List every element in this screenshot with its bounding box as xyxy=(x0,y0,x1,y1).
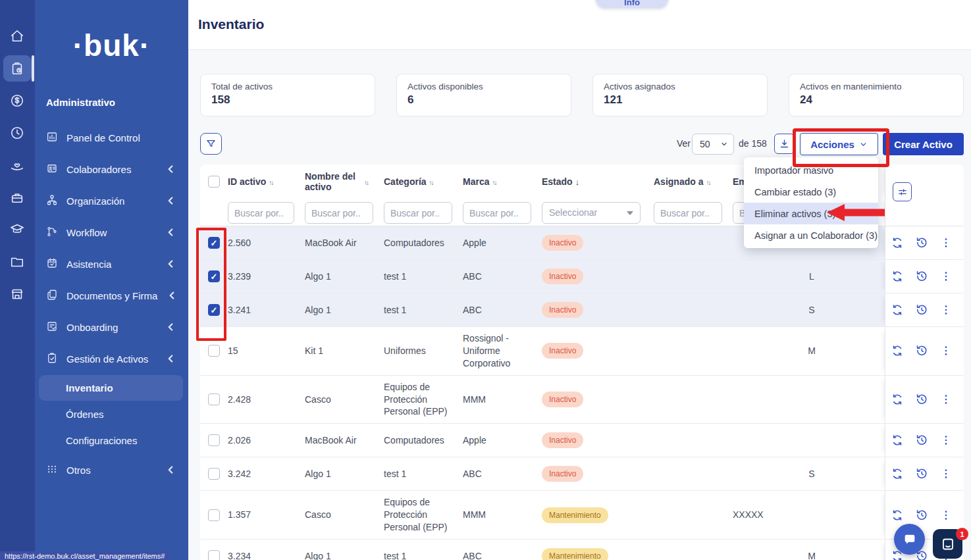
filter-button[interactable] xyxy=(200,133,222,155)
row-checkbox[interactable] xyxy=(208,237,220,249)
menu-item-cambiar-estado[interactable]: Cambiar estado (3) xyxy=(744,181,878,203)
sidebar-item-onboarding[interactable]: Onboarding xyxy=(35,311,188,343)
cell-asset-id: 15 xyxy=(228,327,305,375)
table-row[interactable]: 3.234 Algo 1 test 1 ABC Mantenimiento M xyxy=(200,540,964,560)
filter-input-marca[interactable] xyxy=(463,202,531,224)
filter-input-categoria[interactable] xyxy=(384,202,452,224)
row-checkbox[interactable] xyxy=(208,550,220,560)
kebab-menu-icon[interactable] xyxy=(939,509,953,522)
sync-icon[interactable] xyxy=(891,467,904,480)
sync-icon[interactable] xyxy=(891,434,904,447)
filter-input-asignado[interactable] xyxy=(654,202,722,224)
history-icon[interactable] xyxy=(915,236,928,249)
history-icon[interactable] xyxy=(915,434,928,447)
sync-icon[interactable] xyxy=(891,270,904,283)
sync-icon[interactable] xyxy=(891,344,904,357)
sync-icon[interactable] xyxy=(891,236,904,249)
sidebar-subitem-inventario[interactable]: Inventario xyxy=(39,375,183,401)
row-checkbox[interactable] xyxy=(208,270,220,282)
history-icon[interactable] xyxy=(915,344,928,357)
column-settings-button[interactable] xyxy=(893,182,912,201)
time-clock-icon[interactable] xyxy=(10,126,24,140)
sync-icon[interactable] xyxy=(891,509,904,522)
row-checkbox[interactable] xyxy=(208,509,220,521)
kebab-menu-icon[interactable] xyxy=(939,344,953,357)
files-folder-icon[interactable] xyxy=(10,255,24,269)
stat-label: Activos asignados xyxy=(604,82,756,91)
sidebar-subitem-configuraciones[interactable]: Configuraciones xyxy=(35,427,188,453)
acciones-button[interactable]: Acciones xyxy=(800,133,878,155)
table-row[interactable]: 1.357 Casco Equipos de Protección Person… xyxy=(200,491,964,540)
sidebar-subitem-ordenes[interactable]: Órdenes xyxy=(35,401,188,427)
column-header-marca[interactable]: Marca xyxy=(463,176,542,187)
column-header-id[interactable]: ID activo xyxy=(228,176,305,187)
cell-assigned xyxy=(654,491,733,539)
history-icon[interactable] xyxy=(915,509,928,522)
sort-icon xyxy=(269,176,273,187)
filter-input-nombre[interactable] xyxy=(305,202,373,224)
funnel-icon xyxy=(205,138,217,149)
row-checkbox[interactable] xyxy=(208,345,220,357)
cell-em xyxy=(733,293,789,326)
column-header-asignado[interactable]: Asignado a xyxy=(654,176,733,187)
sync-icon[interactable] xyxy=(891,393,904,406)
sidebar-item-gestion-de-activos[interactable]: Gestión de Activos xyxy=(35,343,188,374)
sidebar-item-organizacion[interactable]: Organización xyxy=(35,185,188,216)
cell-brand: Apple xyxy=(463,226,542,259)
sidebar-item-otros[interactable]: Otros xyxy=(35,454,188,486)
marketplace-store-icon[interactable] xyxy=(10,287,24,301)
download-button[interactable] xyxy=(774,134,795,154)
chat-launcher-button[interactable] xyxy=(894,524,925,555)
table-row[interactable]: 3.242 Algo 1 test 1 ABC Inactivo S xyxy=(200,457,964,491)
home-icon[interactable] xyxy=(10,29,24,43)
row-checkbox[interactable] xyxy=(208,434,220,446)
status-badge: Inactivo xyxy=(542,343,583,359)
kebab-menu-icon[interactable] xyxy=(939,467,953,480)
kebab-menu-icon[interactable] xyxy=(939,434,953,447)
row-checkbox[interactable] xyxy=(208,394,220,405)
table-row[interactable]: 2.026 MacBook Air Computadores Apple Ina… xyxy=(200,424,964,457)
table-row[interactable]: 2.428 Casco Equipos de Protección Person… xyxy=(200,376,964,424)
menu-item-importador-masivo[interactable]: Importador masivo xyxy=(744,159,878,181)
sliders-icon xyxy=(897,187,908,197)
assets-clipboard-icon[interactable] xyxy=(10,61,24,76)
column-header-categoria[interactable]: Categoría xyxy=(384,176,463,187)
rail-scrollbar[interactable] xyxy=(32,55,34,82)
filter-select-estado[interactable]: Seleccionar xyxy=(542,202,641,224)
education-graduation-icon[interactable] xyxy=(10,222,24,236)
history-icon[interactable] xyxy=(915,467,928,480)
stat-value: 158 xyxy=(211,93,364,107)
cell-category: test 1 xyxy=(384,457,463,490)
cell-brand: MMM xyxy=(463,491,542,539)
column-header-nombre[interactable]: Nombre del activo xyxy=(305,171,384,192)
page-size-select[interactable]: 50 xyxy=(692,134,734,155)
filter-input-id[interactable] xyxy=(228,202,294,224)
table-row[interactable]: 15 Kit 1 Uniformes Rossignol - Uniforme … xyxy=(200,327,964,376)
row-checkbox[interactable] xyxy=(208,304,220,316)
kebab-menu-icon[interactable] xyxy=(939,270,953,283)
sidebar-item-documentos-y-firma[interactable]: Documentos y Firma xyxy=(35,280,188,311)
culture-briefcase-icon[interactable] xyxy=(10,190,24,205)
history-icon[interactable] xyxy=(915,393,928,406)
kebab-menu-icon[interactable] xyxy=(939,236,953,249)
select-all-checkbox[interactable] xyxy=(208,176,220,188)
crear-activo-button[interactable]: Crear Activo xyxy=(883,133,964,155)
history-icon[interactable] xyxy=(915,270,928,283)
payroll-dollar-icon[interactable] xyxy=(10,93,24,108)
column-header-estado[interactable]: Estado xyxy=(542,176,654,188)
menu-item-eliminar-activos[interactable]: Eliminar activos (3) xyxy=(744,203,878,224)
kebab-menu-icon[interactable] xyxy=(939,303,953,317)
row-checkbox[interactable] xyxy=(208,468,220,480)
table-row[interactable]: 3.241 Algo 1 test 1 ABC Inactivo S xyxy=(200,293,964,327)
benefits-hand-heart-icon[interactable] xyxy=(10,159,24,173)
kebab-menu-icon[interactable] xyxy=(939,393,953,406)
sidebar-item-workflow[interactable]: Workflow xyxy=(35,216,188,248)
cell-asset-name: MacBook Air xyxy=(305,424,384,457)
table-row[interactable]: 3.239 Algo 1 test 1 ABC Inactivo L xyxy=(200,260,964,293)
sync-icon[interactable] xyxy=(891,303,904,317)
history-icon[interactable] xyxy=(915,303,928,317)
sidebar-item-asistencia[interactable]: Asistencia xyxy=(35,248,188,280)
menu-item-asignar-colaborador[interactable]: Asignar a un Colaborador (3) xyxy=(744,224,878,246)
sidebar-item-colaboradores[interactable]: Colaboradores xyxy=(35,153,188,185)
sidebar-item-panel-de-control[interactable]: Panel de Control xyxy=(35,122,188,153)
